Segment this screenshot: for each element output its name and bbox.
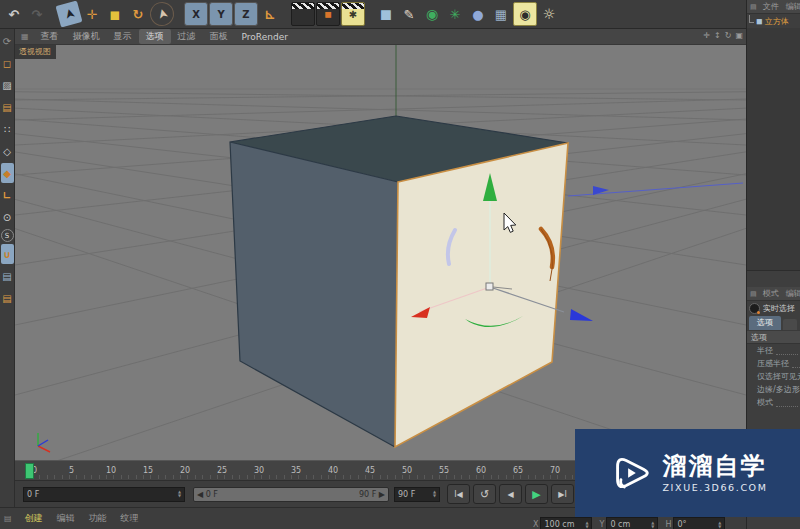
attribute-row[interactable]: 半径	[747, 344, 800, 357]
gizmo-z-arrow[interactable]	[570, 309, 593, 321]
prev-frame-button[interactable]: ◀	[499, 484, 522, 504]
coordinate-value-field[interactable]: 0° ▲▼	[673, 517, 725, 529]
coordinate-inputs: X 100 cm ▲▼ Y 0 cm ▲▼ H	[533, 517, 725, 529]
object-tree: ◼ 立方体	[747, 14, 800, 28]
coordinate-spinner-icon[interactable]: ▲▼	[718, 521, 721, 529]
lock-workplane-button[interactable]: ▤	[1, 266, 14, 286]
cube-left-face[interactable]	[230, 142, 398, 447]
cube-front-face[interactable]	[395, 143, 568, 447]
object-manager-menu-item[interactable]: 文件	[763, 1, 779, 12]
rotate-view-icon[interactable]: ↻	[725, 31, 732, 40]
vmenu-camera[interactable]: 摄像机	[66, 29, 107, 44]
bmenu-function[interactable]: 功能	[82, 511, 114, 526]
attribute-manager-menu-icon[interactable]: ▤	[750, 290, 757, 298]
attribute-row[interactable]: 仅选择可见元素	[747, 370, 800, 383]
attribute-manager-menu-item[interactable]: 编辑	[786, 288, 800, 299]
floor-object-button[interactable]: ▦	[490, 3, 512, 25]
last-used-tool[interactable]: ➤	[147, 0, 176, 29]
viewport-menu-grid-icon[interactable]: ▦	[21, 32, 29, 41]
vmenu-display[interactable]: 显示	[107, 29, 139, 44]
subdivision-surface-button[interactable]: ◉	[421, 3, 443, 25]
object-manager-menu-icon[interactable]: ▤	[750, 3, 757, 11]
frame-spinner-icon[interactable]: ▲▼	[178, 490, 181, 498]
bmenu-texture[interactable]: 纹理	[114, 511, 146, 526]
add-primitive-cube-button[interactable]: ◼	[375, 3, 397, 25]
next-frame-button[interactable]: ▶I	[551, 484, 574, 504]
viewport-canvas	[15, 45, 746, 460]
redo-button[interactable]: ↷	[26, 3, 48, 25]
move-tool[interactable]: ✛	[81, 3, 103, 25]
lock-z-axis-button[interactable]: Z	[234, 2, 258, 26]
current-frame-field[interactable]: 0 F ▲▼	[23, 487, 185, 502]
attribute-manager-menu-item[interactable]: 模式	[763, 288, 779, 299]
object-manager-menu-item[interactable]: 编辑	[786, 1, 800, 12]
scale-tool[interactable]: ◼	[104, 3, 126, 25]
render-to-picture-viewer-button[interactable]: ◼	[316, 2, 340, 26]
camera-object-button[interactable]: ◉	[513, 2, 537, 26]
vmenu-view[interactable]: 查看	[34, 29, 66, 44]
watermark: 溜溜自学 zixue.3d66.com	[575, 429, 800, 517]
attribute-row[interactable]: 边缘/多边形	[747, 383, 800, 396]
coordinate-spinner-icon[interactable]: ▲▼	[651, 521, 654, 529]
bottom-menu-grid-icon[interactable]: ▤	[4, 514, 12, 523]
polygon-mode-button[interactable]: ◆	[1, 163, 14, 183]
workplane-snap-button[interactable]: ▤	[1, 288, 14, 308]
coordinate-spinner-icon[interactable]: ▲▼	[585, 521, 588, 529]
toggle-view-icon[interactable]: ▣	[735, 31, 743, 40]
attribute-row[interactable]: 模式	[747, 396, 800, 409]
object-row-cube[interactable]: ◼ 立方体	[747, 14, 800, 28]
vmenu-prorender[interactable]: ProRender	[235, 31, 295, 43]
texture-mode-button[interactable]: ▨	[1, 75, 14, 95]
goto-start-button[interactable]: I◀	[447, 484, 470, 504]
bmenu-create[interactable]: 创建	[18, 511, 50, 526]
enable-axis-button[interactable]: ∟	[1, 185, 14, 205]
coordinate-value-field[interactable]: 0 cm ▲▼	[606, 517, 658, 529]
make-editable-button[interactable]: ⟳	[1, 31, 14, 51]
bmenu-edit[interactable]: 编辑	[50, 511, 82, 526]
spline-pen-button[interactable]: ✎	[398, 3, 420, 25]
vmenu-filter[interactable]: 过滤	[171, 29, 203, 44]
coordinate-value-field[interactable]: 100 cm ▲▼	[540, 517, 592, 529]
end-frame-spinner-icon[interactable]: ▲▼	[433, 490, 436, 498]
vmenu-options[interactable]: 选项	[139, 29, 171, 44]
frame-range-slider[interactable]: ◀ 0 F 90 F ▶	[193, 487, 389, 502]
zoom-view-icon[interactable]: ↕	[714, 31, 721, 40]
model-mode-button[interactable]: ◻	[1, 53, 14, 73]
lock-x-axis-button[interactable]: X	[184, 2, 208, 26]
timeline-tick-label: 25	[211, 461, 248, 480]
vmenu-panel[interactable]: 面板	[203, 29, 235, 44]
range-start-label: ◀ 0 F	[197, 490, 218, 499]
metaball-button[interactable]: ●	[467, 3, 489, 25]
lock-y-axis-button[interactable]: Y	[209, 2, 233, 26]
array-generator-button[interactable]: ✳	[444, 3, 466, 25]
workplane-mode-button[interactable]: ▤	[1, 97, 14, 117]
live-selection-tool[interactable]: ➤	[56, 1, 83, 28]
render-view-button[interactable]	[291, 2, 315, 26]
undo-button[interactable]: ↶	[3, 3, 25, 25]
viewport-label[interactable]: 透视视图	[15, 45, 56, 59]
coordinate-value: 0°	[677, 520, 718, 529]
tab-partial[interactable]	[783, 319, 797, 330]
object-manager-empty-area[interactable]	[747, 28, 800, 271]
play-reverse-button[interactable]: ↺	[473, 484, 496, 504]
gizmo-center-handle[interactable]	[486, 283, 493, 290]
rotate-tool[interactable]: ↻	[127, 3, 149, 25]
pan-view-icon[interactable]: ✛	[703, 31, 710, 40]
attribute-row[interactable]: 压感半径	[747, 357, 800, 370]
edge-mode-button[interactable]: ◇	[1, 141, 14, 161]
perspective-viewport[interactable]: 透视视图	[15, 45, 746, 460]
options-section-header[interactable]: 选项	[747, 330, 800, 344]
viewport-solo-button[interactable]: ⊙	[1, 207, 14, 227]
coordinate-system-button[interactable]: ⊾	[259, 3, 281, 25]
point-mode-button[interactable]: ∷	[1, 119, 14, 139]
tab-options[interactable]: 选项	[749, 316, 781, 330]
end-frame-field[interactable]: 90 F ▲▼	[394, 487, 440, 502]
timeline-tick-label: 10	[100, 461, 137, 480]
light-object-button[interactable]: ☼	[538, 3, 560, 25]
play-button[interactable]: ▶	[525, 484, 548, 504]
coordinate-value: 100 cm	[544, 520, 585, 529]
snap-3d-button[interactable]: S	[1, 229, 14, 242]
enable-snap-button[interactable]: ∪	[1, 244, 14, 264]
timeline-playhead[interactable]	[25, 463, 34, 479]
render-settings-button[interactable]: ✱	[341, 2, 365, 26]
